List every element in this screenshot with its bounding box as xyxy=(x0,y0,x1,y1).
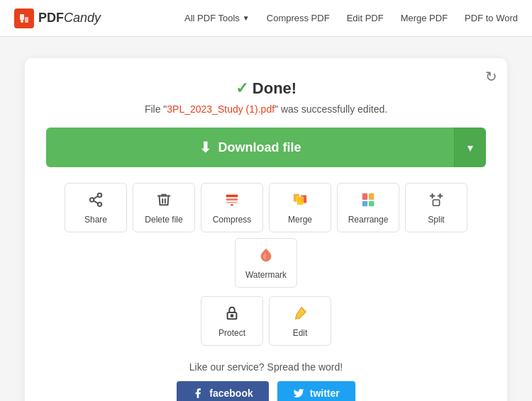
download-dropdown-button[interactable]: ▾ xyxy=(454,128,486,167)
tool-share-label: Share xyxy=(84,215,107,225)
done-subtitle: File "3PL_2023_Study (1).pdf" was succes… xyxy=(46,103,486,115)
tool-split[interactable]: Split xyxy=(405,183,467,232)
main-nav: All PDF Tools ▼ Compress PDF Edit PDF Me… xyxy=(184,13,518,23)
download-row: ⬇ Download file ▾ xyxy=(46,128,486,167)
svg-rect-16 xyxy=(369,193,374,200)
logo-text: PDFCandy xyxy=(38,11,101,26)
svg-rect-1 xyxy=(25,17,28,23)
watermark-icon xyxy=(258,247,274,266)
done-section: ✓ Done! File "3PL_2023_Study (1).pdf" wa… xyxy=(46,79,486,115)
svg-rect-9 xyxy=(226,198,238,200)
result-card: ↻ ✓ Done! File "3PL_2023_Study (1).pdf" … xyxy=(25,58,507,401)
tool-rearrange-label: Rearrange xyxy=(348,215,389,225)
compress-icon xyxy=(224,192,240,210)
svg-rect-23 xyxy=(433,200,439,205)
nav-edit-pdf[interactable]: Edit PDF xyxy=(347,13,384,23)
svg-marker-11 xyxy=(230,204,234,206)
facebook-button[interactable]: facebook xyxy=(177,381,268,401)
split-icon xyxy=(428,192,444,210)
chevron-down-icon: ▼ xyxy=(243,14,250,22)
tool-edit-label: Edit xyxy=(293,328,308,338)
nav-compress-pdf[interactable]: Compress PDF xyxy=(267,13,330,23)
share-icon xyxy=(88,192,104,210)
social-text: Like our service? Spread the word! xyxy=(46,361,486,373)
svg-rect-0 xyxy=(20,14,24,20)
svg-rect-10 xyxy=(226,202,238,203)
logo[interactable]: PDFCandy xyxy=(14,9,101,28)
filename: 3PL_2023_Study (1).pdf xyxy=(167,103,275,115)
chevron-down-icon: ▾ xyxy=(467,141,473,154)
social-section: Like our service? Spread the word! faceb… xyxy=(46,361,486,401)
svg-line-6 xyxy=(94,200,98,203)
svg-line-7 xyxy=(94,196,98,199)
svg-rect-14 xyxy=(297,196,303,205)
rearrange-icon xyxy=(360,192,376,210)
protect-icon xyxy=(224,305,240,324)
tool-watermark-label: Watermark xyxy=(245,270,287,280)
tool-edit[interactable]: Edit xyxy=(269,296,331,346)
tool-delete-label: Delete file xyxy=(145,215,182,225)
header: PDFCandy All PDF Tools ▼ Compress PDF Ed… xyxy=(0,0,532,37)
nav-all-tools[interactable]: All PDF Tools ▼ xyxy=(184,13,250,23)
tools-row2: Protect Edit xyxy=(46,296,486,346)
twitter-icon xyxy=(293,388,304,399)
tool-delete[interactable]: Delete file xyxy=(133,183,195,232)
twitter-button[interactable]: twitter xyxy=(277,381,355,401)
tool-protect-label: Protect xyxy=(218,328,245,338)
svg-rect-17 xyxy=(362,201,367,206)
merge-icon xyxy=(292,192,308,210)
nav-merge-pdf[interactable]: Merge PDF xyxy=(401,13,448,23)
facebook-icon xyxy=(192,388,204,399)
svg-rect-18 xyxy=(369,201,374,206)
delete-icon xyxy=(156,192,172,210)
social-buttons: facebook twitter xyxy=(46,381,486,401)
edit-icon xyxy=(292,305,308,324)
svg-point-2 xyxy=(21,20,23,23)
tool-split-label: Split xyxy=(428,215,444,225)
svg-rect-8 xyxy=(226,195,238,198)
done-title: ✓ Done! xyxy=(46,79,486,98)
tools-grid: Share Delete file xyxy=(46,183,486,288)
logo-icon xyxy=(14,9,34,28)
download-icon: ⬇ xyxy=(199,139,211,156)
download-button[interactable]: ⬇ Download file xyxy=(46,128,454,167)
main-content: ↻ ✓ Done! File "3PL_2023_Study (1).pdf" … xyxy=(0,37,532,401)
tool-merge[interactable]: Merge xyxy=(269,183,331,232)
tool-compress[interactable]: Compress xyxy=(201,183,263,232)
tool-share[interactable]: Share xyxy=(65,183,127,232)
tool-merge-label: Merge xyxy=(288,215,312,225)
tool-watermark[interactable]: Watermark xyxy=(235,238,297,288)
tool-compress-label: Compress xyxy=(213,215,252,225)
tool-protect[interactable]: Protect xyxy=(201,296,263,346)
nav-pdf-to-word[interactable]: PDF to Word xyxy=(465,13,518,23)
checkmark-icon: ✓ xyxy=(235,79,248,98)
svg-point-25 xyxy=(231,315,233,317)
tool-rearrange[interactable]: Rearrange xyxy=(337,183,399,232)
refresh-button[interactable]: ↻ xyxy=(485,68,497,85)
svg-rect-15 xyxy=(362,193,367,200)
